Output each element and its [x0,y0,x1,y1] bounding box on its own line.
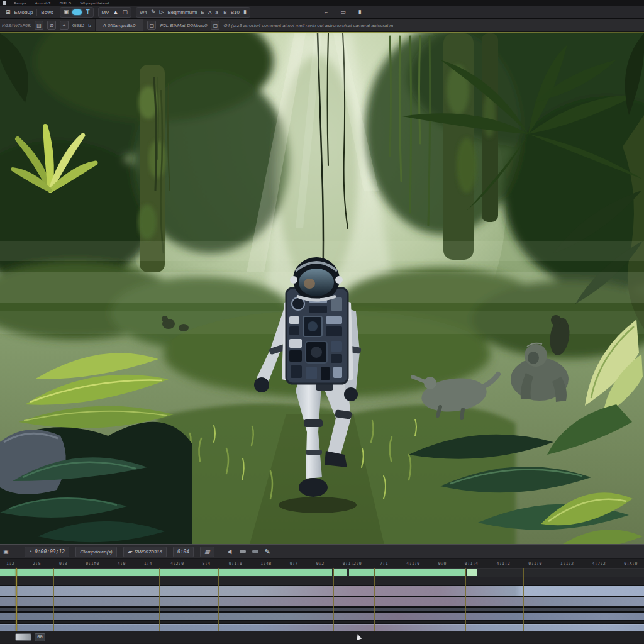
ruler-tick: 4:2:0 [170,561,184,566]
feather-brush-icon[interactable]: ✎ [265,548,270,556]
track-row-3[interactable] [0,607,644,612]
panel-tool-icon[interactable]: ▣ [64,9,69,15]
clampdown-button[interactable]: Clampdown(s) [75,547,117,557]
ruler-tick: 0:0 [438,561,447,566]
ruler-tick: 1:1:2 [560,561,574,566]
ruler-tick: 0:1:0 [528,561,542,566]
toolbar-label-5[interactable]: Beqmmmuml [167,9,197,15]
timeline-toolbar: ▣ – ◔ 0:00:09;12 Clampdown(s) ▰ RW007031… [0,545,644,559]
grid-icon: ▦ [204,548,210,555]
hook-icon[interactable]: ⌐ [325,9,328,15]
circle-button[interactable]: Ø [47,21,56,30]
green-bar-segment[interactable] [334,569,347,576]
track-row-1[interactable] [0,585,644,597]
astronaut-shadow [279,497,357,513]
ruler-tick: 0:3 [59,561,67,566]
ruler-tick: 0:1:0 [229,561,243,566]
letter-tool-a2[interactable]: a [215,9,218,15]
box-tool-icon[interactable]: ▢ [122,9,128,15]
frame-count-value: 0:04 [177,549,189,555]
orb-icon-2[interactable] [252,550,258,553]
render-button[interactable]: ▰ RW0070316 [123,547,167,557]
grid-toggle-button[interactable]: ▦ [200,547,214,557]
add-button[interactable]: ÷ [60,21,69,30]
tab-flow-icon[interactable]: ▢ [147,21,156,30]
orb-icon-1[interactable] [240,550,246,553]
timeline-footer: 00 [0,631,644,643]
document-button[interactable]: ▤ [35,21,43,30]
letter-tool-e[interactable]: E [201,9,204,15]
toolbar-label-7[interactable]: B10 [231,9,240,15]
cursor-tool-icon[interactable]: ◄ [226,547,233,556]
tab-composition[interactable]: Λ 0fffampzBk0 [95,19,144,31]
type-tool-icon[interactable]: T [86,9,89,16]
panel-tab-bar: KGS#W7kF68X2P ▤ Ø ÷ 0i98J b Λ 0fffampzBk… [0,19,644,32]
ruler-tick: 1:4 [144,561,152,566]
green-bar-segment[interactable] [0,569,332,576]
keyframe-marker-line [279,568,279,631]
track-row-4[interactable] [0,612,644,621]
small-flag-label: b [88,23,91,28]
pen-tool-icon[interactable]: ✎ [151,9,156,15]
playhead[interactable] [16,568,17,631]
tool-group-edit: W4 ✎ ▷ Beqmmmuml E A a -B B10 ▮ [136,7,250,18]
toolbar-label-4[interactable]: W4 [140,9,147,15]
ruler-tick: 0:1:2:0 [343,561,362,566]
frame-count-field[interactable]: 0:04 [173,547,194,557]
ruler-tick: 4:1:2 [496,561,510,566]
track-green-bar[interactable] [0,569,644,577]
green-bar-segment[interactable] [467,569,477,576]
timecode-value: 0:00:09;12 [35,549,65,555]
main-toolbar: ⊞ EMod0p Bows ▣ T MV ▲ ▢ W4 ✎ ▷ Beqmmmum… [0,6,644,19]
chip-icon: ▰ [128,548,132,555]
menu-bar: FampsArmuth3BIELDWhpsywhlatend [0,0,644,6]
toolbar-label-1[interactable]: EMod0p [14,9,33,15]
checkbox-icon[interactable]: ▣ [3,548,9,555]
keyframe-marker-line [348,568,348,631]
track-row-2[interactable] [0,597,644,607]
eraser-icon[interactable]: ▭ [340,9,346,15]
keyframe-marker-line [465,568,466,631]
ruler-tick: 0:1f0 [86,561,99,566]
flag-tool-icon[interactable]: ▷ [160,9,164,15]
green-bar-segment[interactable] [375,569,465,576]
zoom-slider[interactable] [15,633,31,641]
tab-flow-label[interactable]: F5L BlkMat D0Mras0 [160,23,207,28]
green-bar-segment[interactable] [349,569,374,576]
letter-tool-a[interactable]: A [208,9,211,15]
toolbar-label-2[interactable]: Bows [41,9,53,15]
bar-tool-icon[interactable]: ▮ [243,9,247,15]
ruler-tick: 0:2 [316,561,325,566]
ellipse-tool-active-icon[interactable] [72,9,82,15]
keyframe-marker-line [159,568,160,631]
status-info-text: G4 (prz3 arrosto4 comment at not mell ra… [223,23,393,28]
menu-item[interactable]: BIELD [60,1,72,5]
ruler-tick: 2:5 [33,561,41,566]
menu-item[interactable]: Famps [14,1,26,5]
info-icon[interactable]: ▢ [211,21,219,30]
toolbar-label-3[interactable]: MV [102,9,109,15]
toolbar-right-icons: ⌐ ▭ ▮ [325,9,362,15]
clock-icon: ◔ [29,548,32,555]
tool-group-view: MV ▲ ▢ [98,7,131,18]
track-gap [0,577,644,585]
collapse-icon[interactable]: – [15,548,18,555]
toolbar-label-6[interactable]: -B [222,9,227,15]
viewport-canvas[interactable] [0,33,644,544]
menu-items: FampsArmuth3BIELDWhpsywhlatend [14,1,109,5]
ruler-tick: 7:1 [380,561,388,566]
menu-item[interactable]: Armuth3 [35,1,51,5]
frame-badge[interactable]: 00 [35,633,45,641]
project-code-label: KGS#W7kF68X2P [2,23,31,28]
timeline-body[interactable]: 1:22:50:30:1f04:01:44:2:05:40:1:01:4B0:7… [0,559,644,631]
selection-tool-icon[interactable]: ⊞ [6,9,11,15]
menu-item[interactable]: Whpsywhlatend [80,1,109,5]
ruler-tick: 1:4B [260,561,271,566]
triangle-tool-icon[interactable]: ▲ [113,9,119,15]
clampdown-label: Clampdown(s) [80,549,113,555]
timeline-ruler[interactable]: 1:22:50:30:1f04:01:44:2:05:40:1:01:4B0:7… [0,559,644,569]
column-icon[interactable]: ▮ [358,9,362,15]
timecode-field[interactable]: ◔ 0:00:09;12 [25,547,70,557]
composition-viewport[interactable] [0,33,644,544]
ruler-tick: 0:1:4 [465,561,479,566]
